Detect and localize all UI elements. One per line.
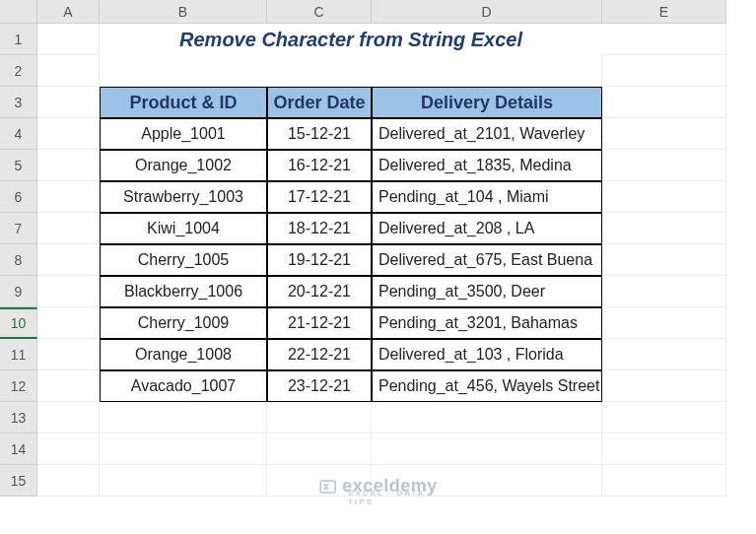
row-header-7[interactable]: 7 xyxy=(0,213,37,244)
cell-E15[interactable] xyxy=(602,465,726,497)
cell-C13[interactable] xyxy=(267,402,372,434)
row-header-12[interactable]: 12 xyxy=(0,370,37,402)
cell-E4[interactable] xyxy=(602,118,726,150)
cell-date-0[interactable]: 15-12-21 xyxy=(267,118,372,150)
table-header-date[interactable]: Order Date xyxy=(267,87,372,118)
cell-A14[interactable] xyxy=(37,434,100,465)
cell-B15[interactable] xyxy=(100,465,267,497)
cell-product-2[interactable]: Strawberry_1003 xyxy=(100,181,267,213)
cell-product-6[interactable]: Cherry_1009 xyxy=(100,307,267,339)
cell-E6[interactable] xyxy=(602,181,726,213)
cell-date-5[interactable]: 20-12-21 xyxy=(267,276,372,307)
cell-A9[interactable] xyxy=(37,276,100,307)
row-header-9[interactable]: 9 xyxy=(0,276,37,307)
svg-rect-0 xyxy=(320,481,335,493)
cell-E13[interactable] xyxy=(602,402,726,434)
row-header-6[interactable]: 6 xyxy=(0,181,37,213)
cell-A10[interactable] xyxy=(37,307,100,339)
cell-D13[interactable] xyxy=(372,402,602,434)
cell-B14[interactable] xyxy=(100,434,267,465)
col-header-C[interactable]: C xyxy=(267,0,372,24)
cell-E5[interactable] xyxy=(602,150,726,181)
cell-E8[interactable] xyxy=(602,244,726,276)
cell-date-3[interactable]: 18-12-21 xyxy=(267,213,372,244)
col-header-D[interactable]: D xyxy=(372,0,602,24)
row-header-15[interactable]: 15 xyxy=(0,465,37,497)
spreadsheet-grid: A B C D E 1 Remove Character from String… xyxy=(0,0,756,497)
cell-delivery-2[interactable]: Pending_at_104 , Miami xyxy=(372,181,602,213)
cell-C14[interactable] xyxy=(267,434,372,465)
row-header-11[interactable]: 11 xyxy=(0,339,37,370)
cell-A4[interactable] xyxy=(37,118,100,150)
cell-E7[interactable] xyxy=(602,213,726,244)
watermark-logo: exceldemy EXCEL · DATA · TIPS xyxy=(318,476,438,497)
cell-product-8[interactable]: Avacado_1007 xyxy=(100,370,267,402)
cell-A7[interactable] xyxy=(37,213,100,244)
row-header-14[interactable]: 14 xyxy=(0,434,37,465)
col-header-E[interactable]: E xyxy=(602,0,726,24)
cell-E1[interactable] xyxy=(602,24,726,55)
cell-product-4[interactable]: Cherry_1005 xyxy=(100,244,267,276)
cell-delivery-5[interactable]: Pending_at_3500, Deer xyxy=(372,276,602,307)
cell-product-0[interactable]: Apple_1001 xyxy=(100,118,267,150)
title-cell[interactable]: Remove Character from String Excel xyxy=(100,24,602,55)
cell-A3[interactable] xyxy=(37,87,100,118)
cell-A11[interactable] xyxy=(37,339,100,370)
col-header-A[interactable]: A xyxy=(37,0,100,24)
cell-A5[interactable] xyxy=(37,150,100,181)
cell-A2[interactable] xyxy=(37,55,100,87)
col-header-B[interactable]: B xyxy=(100,0,267,24)
cell-A8[interactable] xyxy=(37,244,100,276)
cell-product-3[interactable]: Kiwi_1004 xyxy=(100,213,267,244)
cell-delivery-1[interactable]: Delivered_at_1835, Medina xyxy=(372,150,602,181)
cell-delivery-7[interactable]: Delivered_at_103 , Florida xyxy=(372,339,602,370)
cell-date-4[interactable]: 19-12-21 xyxy=(267,244,372,276)
cell-E12[interactable] xyxy=(602,370,726,402)
cell-A6[interactable] xyxy=(37,181,100,213)
table-header-delivery[interactable]: Delivery Details xyxy=(372,87,602,118)
cell-E3[interactable] xyxy=(602,87,726,118)
row-header-4[interactable]: 4 xyxy=(0,118,37,150)
cell-product-1[interactable]: Orange_1002 xyxy=(100,150,267,181)
cell-date-6[interactable]: 21-12-21 xyxy=(267,307,372,339)
row-header-5[interactable]: 5 xyxy=(0,150,37,181)
cell-A15[interactable] xyxy=(37,465,100,497)
cell-E2[interactable] xyxy=(602,55,726,87)
watermark-tagline: EXCEL · DATA · TIPS xyxy=(348,489,438,506)
row-header-2[interactable]: 2 xyxy=(0,55,37,87)
cell-E10[interactable] xyxy=(602,307,726,339)
cell-delivery-8[interactable]: Pending_at_456, Wayels Street xyxy=(372,370,602,402)
cell-date-1[interactable]: 16-12-21 xyxy=(267,150,372,181)
row-header-3[interactable]: 3 xyxy=(0,87,37,118)
excel-icon xyxy=(318,478,336,496)
cell-delivery-4[interactable]: Delivered_at_675, East Buena xyxy=(372,244,602,276)
cell-D14[interactable] xyxy=(372,434,602,465)
cell-delivery-3[interactable]: Delivered_at_208 , LA xyxy=(372,213,602,244)
cell-B2D2[interactable] xyxy=(100,55,602,87)
cell-date-8[interactable]: 23-12-21 xyxy=(267,370,372,402)
cell-E11[interactable] xyxy=(602,339,726,370)
table-header-product[interactable]: Product & ID xyxy=(100,87,267,118)
cell-E9[interactable] xyxy=(602,276,726,307)
row-header-1[interactable]: 1 xyxy=(0,24,37,55)
row-header-10[interactable]: 10 xyxy=(0,307,37,339)
cell-E14[interactable] xyxy=(602,434,726,465)
select-all-corner[interactable] xyxy=(0,0,37,24)
cell-A12[interactable] xyxy=(37,370,100,402)
row-header-8[interactable]: 8 xyxy=(0,244,37,276)
cell-date-7[interactable]: 22-12-21 xyxy=(267,339,372,370)
cell-A1[interactable] xyxy=(37,24,100,55)
cell-delivery-0[interactable]: Delivered_at_2101, Waverley xyxy=(372,118,602,150)
cell-date-2[interactable]: 17-12-21 xyxy=(267,181,372,213)
cell-B13[interactable] xyxy=(100,402,267,434)
cell-product-5[interactable]: Blackberry_1006 xyxy=(100,276,267,307)
row-header-13[interactable]: 13 xyxy=(0,402,37,434)
cell-product-7[interactable]: Orange_1008 xyxy=(100,339,267,370)
cell-delivery-6[interactable]: Pending_at_3201, Bahamas xyxy=(372,307,602,339)
cell-A13[interactable] xyxy=(37,402,100,434)
